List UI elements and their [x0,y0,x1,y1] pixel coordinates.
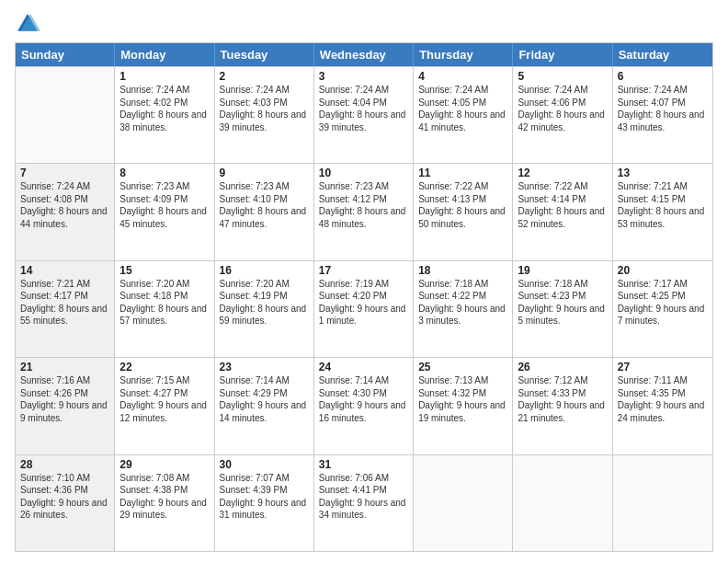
cell-info: Sunrise: 7:21 AM Sunset: 4:17 PM Dayligh… [20,278,109,327]
day-number: 2 [220,70,309,83]
cell-info: Sunrise: 7:18 AM Sunset: 4:23 PM Dayligh… [518,278,607,327]
calendar-cell: 25Sunrise: 7:13 AM Sunset: 4:32 PM Dayli… [414,358,513,454]
day-number: 17 [319,264,408,277]
day-number: 28 [20,458,109,471]
calendar-cell: 17Sunrise: 7:19 AM Sunset: 4:20 PM Dayli… [314,261,414,357]
calendar-week-row: 14Sunrise: 7:21 AM Sunset: 4:17 PM Dayli… [16,260,712,357]
day-number: 12 [518,167,607,179]
calendar-cell [414,455,513,551]
cell-info: Sunrise: 7:24 AM Sunset: 4:04 PM Dayligh… [319,84,408,133]
cell-info: Sunrise: 7:10 AM Sunset: 4:36 PM Dayligh… [20,472,109,522]
calendar-cell: 2Sunrise: 7:24 AM Sunset: 4:03 PM Daylig… [215,67,314,163]
day-number: 3 [319,70,408,83]
cell-info: Sunrise: 7:22 AM Sunset: 4:13 PM Dayligh… [418,180,507,230]
day-number: 22 [119,361,209,373]
cell-info: Sunrise: 7:15 AM Sunset: 4:27 PM Dayligh… [119,374,209,424]
day-number: 9 [220,167,309,179]
cell-info: Sunrise: 7:22 AM Sunset: 4:14 PM Dayligh… [518,180,607,230]
cell-info: Sunrise: 7:23 AM Sunset: 4:10 PM Dayligh… [220,180,309,230]
cell-info: Sunrise: 7:16 AM Sunset: 4:26 PM Dayligh… [20,374,109,424]
cell-info: Sunrise: 7:24 AM Sunset: 4:06 PM Dayligh… [518,84,607,133]
cell-info: Sunrise: 7:08 AM Sunset: 4:38 PM Dayligh… [119,472,209,522]
calendar-cell: 26Sunrise: 7:12 AM Sunset: 4:33 PM Dayli… [513,358,612,454]
calendar-cell: 6Sunrise: 7:24 AM Sunset: 4:07 PM Daylig… [613,67,712,163]
day-number: 30 [220,458,309,471]
cell-info: Sunrise: 7:14 AM Sunset: 4:29 PM Dayligh… [220,374,309,424]
calendar-header-cell: Friday [513,43,612,66]
calendar-header-cell: Tuesday [215,43,314,66]
cell-info: Sunrise: 7:11 AM Sunset: 4:35 PM Dayligh… [618,374,708,424]
calendar-cell: 8Sunrise: 7:23 AM Sunset: 4:09 PM Daylig… [115,164,214,259]
calendar-week-row: 7Sunrise: 7:24 AM Sunset: 4:08 PM Daylig… [16,163,712,259]
cell-info: Sunrise: 7:17 AM Sunset: 4:25 PM Dayligh… [618,278,708,327]
cell-info: Sunrise: 7:20 AM Sunset: 4:19 PM Dayligh… [220,278,309,327]
cell-info: Sunrise: 7:07 AM Sunset: 4:39 PM Dayligh… [220,472,309,522]
calendar-cell [613,455,712,551]
calendar-cell: 20Sunrise: 7:17 AM Sunset: 4:25 PM Dayli… [613,261,712,357]
calendar-cell: 30Sunrise: 7:07 AM Sunset: 4:39 PM Dayli… [215,455,314,551]
calendar-cell: 13Sunrise: 7:21 AM Sunset: 4:15 PM Dayli… [613,164,712,259]
day-number: 29 [119,458,209,471]
cell-info: Sunrise: 7:24 AM Sunset: 4:02 PM Dayligh… [119,84,209,133]
calendar-header-cell: Monday [115,43,214,66]
calendar-header-row: SundayMondayTuesdayWednesdayThursdayFrid… [16,43,712,66]
cell-info: Sunrise: 7:24 AM Sunset: 4:07 PM Dayligh… [618,84,708,133]
day-number: 7 [20,167,109,179]
calendar-cell: 28Sunrise: 7:10 AM Sunset: 4:36 PM Dayli… [16,455,115,551]
calendar-cell: 31Sunrise: 7:06 AM Sunset: 4:41 PM Dayli… [314,455,414,551]
calendar-header-cell: Saturday [613,43,712,66]
day-number: 18 [418,264,507,277]
cell-info: Sunrise: 7:24 AM Sunset: 4:08 PM Dayligh… [20,180,109,230]
day-number: 14 [20,264,109,277]
day-number: 27 [618,361,708,373]
calendar-week-row: 21Sunrise: 7:16 AM Sunset: 4:26 PM Dayli… [16,357,712,454]
calendar-cell: 18Sunrise: 7:18 AM Sunset: 4:22 PM Dayli… [414,261,513,357]
day-number: 13 [618,167,708,179]
day-number: 5 [518,70,607,83]
calendar-cell: 22Sunrise: 7:15 AM Sunset: 4:27 PM Dayli… [115,358,214,454]
day-number: 10 [319,167,408,179]
calendar-cell [513,455,612,551]
cell-info: Sunrise: 7:14 AM Sunset: 4:30 PM Dayligh… [319,374,408,424]
calendar-cell: 23Sunrise: 7:14 AM Sunset: 4:29 PM Dayli… [215,358,314,454]
day-number: 20 [618,264,708,277]
day-number: 21 [20,361,109,373]
calendar-cell: 12Sunrise: 7:22 AM Sunset: 4:14 PM Dayli… [513,164,612,259]
calendar-header-cell: Thursday [414,43,513,66]
calendar-body: 1Sunrise: 7:24 AM Sunset: 4:02 PM Daylig… [16,66,712,551]
day-number: 26 [518,361,607,373]
calendar-cell: 15Sunrise: 7:20 AM Sunset: 4:18 PM Dayli… [115,261,214,357]
cell-info: Sunrise: 7:06 AM Sunset: 4:41 PM Dayligh… [319,472,408,522]
calendar-cell: 11Sunrise: 7:22 AM Sunset: 4:13 PM Dayli… [414,164,513,259]
day-number: 8 [119,167,209,179]
day-number: 1 [119,70,209,83]
day-number: 24 [319,361,408,373]
calendar-cell: 1Sunrise: 7:24 AM Sunset: 4:02 PM Daylig… [115,67,214,163]
day-number: 23 [220,361,309,373]
cell-info: Sunrise: 7:23 AM Sunset: 4:09 PM Dayligh… [119,180,209,230]
day-number: 31 [319,458,408,471]
calendar-header-cell: Wednesday [314,43,414,66]
calendar-cell: 9Sunrise: 7:23 AM Sunset: 4:10 PM Daylig… [215,164,314,259]
calendar-cell: 3Sunrise: 7:24 AM Sunset: 4:04 PM Daylig… [314,67,414,163]
cell-info: Sunrise: 7:23 AM Sunset: 4:12 PM Dayligh… [319,180,408,230]
day-number: 19 [518,264,607,277]
day-number: 6 [618,70,708,83]
cell-info: Sunrise: 7:24 AM Sunset: 4:03 PM Dayligh… [220,84,309,133]
calendar-header-cell: Sunday [16,43,115,66]
calendar-week-row: 1Sunrise: 7:24 AM Sunset: 4:02 PM Daylig… [16,66,712,163]
cell-info: Sunrise: 7:19 AM Sunset: 4:20 PM Dayligh… [319,278,408,327]
calendar-week-row: 28Sunrise: 7:10 AM Sunset: 4:36 PM Dayli… [16,454,712,551]
day-number: 16 [220,264,309,277]
calendar-cell: 4Sunrise: 7:24 AM Sunset: 4:05 PM Daylig… [414,67,513,163]
calendar-cell: 19Sunrise: 7:18 AM Sunset: 4:23 PM Dayli… [513,261,612,357]
calendar-cell: 14Sunrise: 7:21 AM Sunset: 4:17 PM Dayli… [16,261,115,357]
cell-info: Sunrise: 7:12 AM Sunset: 4:33 PM Dayligh… [518,374,607,424]
logo-icon [15,11,40,37]
day-number: 15 [119,264,209,277]
logo [15,11,44,37]
calendar-cell: 29Sunrise: 7:08 AM Sunset: 4:38 PM Dayli… [115,455,214,551]
calendar-cell: 24Sunrise: 7:14 AM Sunset: 4:30 PM Dayli… [314,358,414,454]
cell-info: Sunrise: 7:18 AM Sunset: 4:22 PM Dayligh… [418,278,507,327]
cell-info: Sunrise: 7:13 AM Sunset: 4:32 PM Dayligh… [418,374,507,424]
